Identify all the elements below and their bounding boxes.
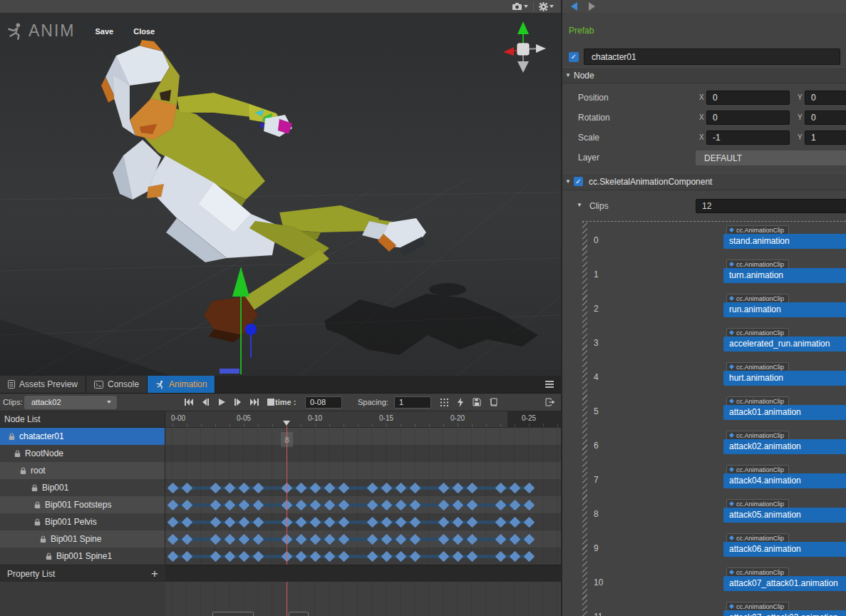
keyframe-diamond[interactable] [324,533,335,545]
keyframe-diamond[interactable] [295,516,306,528]
keyframe-diamond[interactable] [523,516,535,528]
keyframe-diamond[interactable] [381,499,392,510]
snap-grid-icon[interactable] [437,396,451,409]
keyframe-diamond[interactable] [210,550,221,562]
keyframe-diamond[interactable] [409,499,421,510]
keyframe-diamond[interactable] [210,533,221,545]
keyframe-diamond[interactable] [395,482,406,493]
keyframe-diamond[interactable] [466,533,478,545]
add-property-button[interactable]: + [151,568,158,580]
keyframe-track-row[interactable] [165,513,561,530]
save-button[interactable]: Save [96,27,114,36]
clip-name-field[interactable]: attack07_attack01.animation [723,576,846,591]
node-tree-row[interactable]: chatacter01 [0,428,165,445]
keyframe-diamond[interactable] [324,516,335,528]
keyframe-diamond[interactable] [395,533,406,545]
keyframe-diamond[interactable] [366,516,378,528]
keyframe-diamond[interactable] [438,550,449,562]
clip-name-field[interactable]: turn.animation [723,268,846,283]
clip-library-icon[interactable] [486,396,500,409]
keyframe-diamond[interactable] [509,516,520,528]
clip-name-field[interactable]: run.animation [723,302,846,317]
keyframe-track-row[interactable] [165,428,561,445]
keyframe-diamond[interactable] [210,499,221,510]
time-input[interactable] [305,396,342,409]
keyframe-diamond[interactable] [495,550,506,562]
keyframe-diamond[interactable] [309,550,321,562]
settings-menu-button[interactable] [539,2,554,11]
keyframe-diamond[interactable] [466,516,478,528]
keyframe-diamond[interactable] [509,482,520,493]
keyframe-diamond[interactable] [495,499,506,510]
component-enabled-checkbox[interactable]: ✓ [574,177,583,186]
collapse-caret-icon[interactable]: ▼ [562,72,574,78]
keyframe-diamond[interactable] [509,550,520,562]
keyframe-track-row[interactable] [165,530,561,548]
keyframe-diamond[interactable] [381,550,392,562]
keyframe-diamond[interactable] [252,482,264,493]
keyframe-diamond[interactable] [238,482,249,493]
keyframe-diamond[interactable] [466,482,478,493]
keyframe-diamond[interactable] [495,533,506,545]
keyframe-track-row[interactable] [165,548,561,565]
step-back-button[interactable] [199,396,212,408]
keyframe-diamond[interactable] [167,482,178,493]
step-forward-button[interactable] [232,396,244,408]
clip-name-field[interactable]: attack02.animation [723,439,846,454]
tab-assets-preview[interactable]: Assets Preview [0,376,86,393]
keyframe-diamond[interactable] [509,499,520,510]
scale-x-input[interactable] [706,130,790,145]
keyframe-diamond[interactable] [381,516,392,528]
keyframe-diamond[interactable] [181,499,192,510]
keyframe-diamond[interactable] [395,499,406,510]
keyframe-diamond[interactable] [338,533,349,545]
keyframe-diamond[interactable] [438,533,449,545]
spacing-input[interactable] [394,396,431,409]
keyframe-diamond[interactable] [309,499,321,510]
keyframe-diamond[interactable] [381,533,392,545]
keyframe-diamond[interactable] [210,482,221,493]
keyframe-diamond[interactable] [409,533,421,545]
keyframe-diamond[interactable] [238,550,249,562]
node-tree-row[interactable]: Bip001 Spine1 [0,548,165,565]
keyframe-diamond[interactable] [366,533,378,545]
keyframe-diamond[interactable] [252,516,264,528]
keyframe-diamond[interactable] [366,550,378,562]
event-bolt-icon[interactable] [453,396,468,409]
keyframe-diamond[interactable] [523,533,535,545]
rotation-x-input[interactable] [706,111,790,125]
keyframe-diamond[interactable] [252,533,264,545]
node-tree-row[interactable]: Bip001 [0,479,165,496]
keyframe-diamond[interactable] [295,550,306,562]
keyframe-track-row[interactable] [165,479,561,496]
keyframe-diamond[interactable] [167,516,178,528]
keyframe-diamond[interactable] [224,516,235,528]
tab-animation[interactable]: Animation [148,376,215,393]
play-button[interactable] [215,396,228,408]
keyframe-diamond[interactable] [366,482,378,493]
keyframe-diamond[interactable] [495,482,506,493]
keyframe-diamond[interactable] [395,516,406,528]
keyframe-diamond[interactable] [181,533,192,545]
skeletal-animation-component-header[interactable]: ▼ ✓ cc.SkeletalAnimationComponent [562,173,846,190]
keyframe-diamond[interactable] [295,482,306,493]
keyframe-diamond[interactable] [309,482,321,493]
keyframe-diamond[interactable] [338,550,349,562]
keyframe-diamond[interactable] [324,482,335,493]
timeline-ruler[interactable]: 0-000-050-100-150-200-25 [165,411,561,428]
keyframe-diamond[interactable] [409,550,421,562]
rotation-y-input[interactable] [805,111,846,125]
clip-name-field[interactable]: attack05.animation [723,508,846,523]
orientation-gizmo[interactable] [497,19,549,76]
keyframe-diamond[interactable] [523,482,535,493]
nav-back-icon[interactable] [571,2,577,11]
keyframe-diamond[interactable] [452,550,463,562]
keyframe-diamond[interactable] [181,482,192,493]
position-x-input[interactable] [706,91,790,105]
keyframe-diamond[interactable] [224,533,235,545]
clip-name-field[interactable]: stand.animation [723,234,846,249]
keyframe-diamond[interactable] [167,550,178,562]
panel-menu-icon[interactable] [545,381,554,389]
keyframe-diamond[interactable] [409,482,421,493]
clip-name-field[interactable]: attack06.animation [723,542,846,557]
